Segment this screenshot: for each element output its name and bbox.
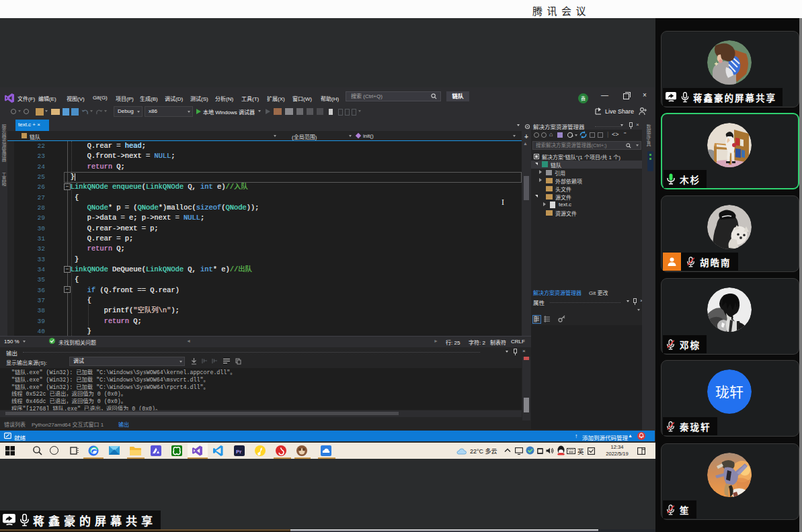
svg-text:珑轩: 珑轩	[715, 384, 744, 400]
svg-text:Pr: Pr	[236, 449, 241, 455]
